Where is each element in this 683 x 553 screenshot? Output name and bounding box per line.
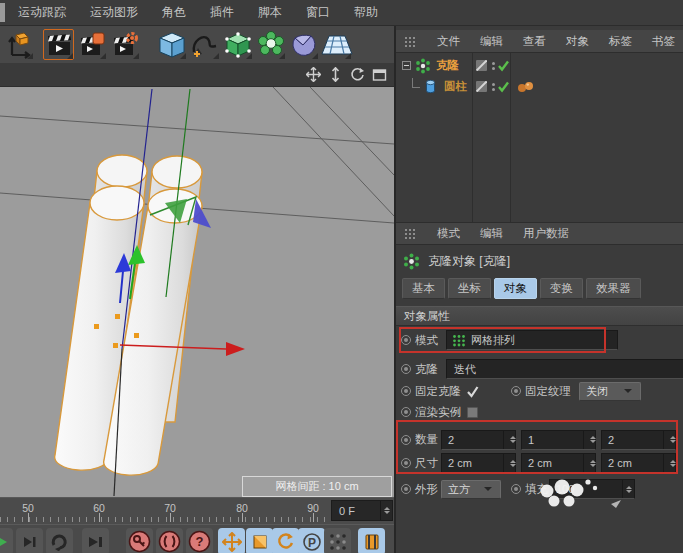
clones-label: 克隆 <box>415 362 438 377</box>
spinner-icon[interactable] <box>663 431 675 449</box>
menu-script[interactable]: 脚本 <box>258 4 282 21</box>
om-menu-bookmarks[interactable]: 书签 <box>652 34 675 49</box>
rotate-icon[interactable] <box>349 66 366 83</box>
axis-cube-icon[interactable] <box>2 28 35 61</box>
anim-dot-icon[interactable] <box>401 458 411 468</box>
render-instances-checkbox[interactable] <box>467 407 478 418</box>
om-menu-object[interactable]: 对象 <box>566 34 589 49</box>
object-row-cylinder[interactable]: 圆柱 <box>396 76 683 97</box>
keyframe-rotate-icon[interactable] <box>272 528 299 553</box>
maximize-icon[interactable] <box>371 66 388 83</box>
am-menu-userdata[interactable]: 用户数据 <box>523 226 569 241</box>
am-menu-mode[interactable]: 模式 <box>437 226 460 241</box>
size-x-field[interactable]: 2 cm <box>441 453 516 473</box>
anim-dot-icon[interactable] <box>401 407 411 417</box>
mograph-flower-icon[interactable] <box>254 28 287 61</box>
fix-clone-checkbox[interactable] <box>466 385 479 398</box>
expander-icon[interactable] <box>402 61 411 70</box>
om-menu-file[interactable]: 文件 <box>437 34 460 49</box>
autokey-film-icon[interactable] <box>358 528 385 553</box>
spinner-icon[interactable] <box>583 431 595 449</box>
am-menu-edit[interactable]: 编辑 <box>480 226 503 241</box>
current-frame-field[interactable]: 0 F <box>331 500 393 521</box>
motion-gear-icon[interactable] <box>108 28 141 61</box>
enable-check-icon[interactable] <box>497 59 510 72</box>
x-axis-arrow[interactable] <box>226 342 245 356</box>
form-value: 立方 <box>448 482 470 497</box>
fix-texture-dropdown[interactable]: 关闭 <box>579 382 641 401</box>
anim-dot-icon[interactable] <box>511 484 521 494</box>
cinema4d-window: 运动跟踪 运动图形 角色 插件 脚本 窗口 帮助 <box>0 0 683 553</box>
count-y-field[interactable]: 1 <box>521 430 596 450</box>
menu-plugins[interactable]: 插件 <box>210 4 234 21</box>
green-cube-glyph <box>223 30 253 60</box>
form-dropdown[interactable]: 立方 <box>441 480 501 499</box>
play-icon[interactable] <box>0 528 13 553</box>
tab-transform[interactable]: 变换 <box>540 278 583 299</box>
visibility-dots[interactable] <box>492 62 495 70</box>
mode-dropdown[interactable]: 网格排列 <box>446 330 618 350</box>
anim-dot-icon[interactable] <box>401 335 411 345</box>
drag-handle-icon[interactable] <box>404 228 417 239</box>
frame-spinner[interactable] <box>380 501 392 520</box>
pan-icon[interactable] <box>305 66 322 83</box>
anim-dot-icon[interactable] <box>401 484 411 494</box>
keyframe-move-icon[interactable] <box>218 528 245 553</box>
object-row-clone[interactable]: 克隆 <box>396 55 683 76</box>
floor-grid-icon[interactable] <box>320 28 353 61</box>
keyframe-box-icon[interactable] <box>246 528 273 553</box>
menu-window[interactable]: 窗口 <box>306 4 330 21</box>
count-x-field[interactable]: 2 <box>441 430 516 450</box>
goto-end-icon[interactable] <box>82 528 109 553</box>
size-z-field[interactable]: 2 cm <box>601 453 676 473</box>
section-object-properties[interactable]: 对象属性 <box>396 306 683 326</box>
layer-icon[interactable] <box>476 81 487 92</box>
viewport[interactable]: 网格间距 : 10 cm <box>0 87 394 497</box>
object-name[interactable]: 克隆 <box>436 58 459 73</box>
anim-dot-icon[interactable] <box>511 386 521 396</box>
dolly-icon[interactable] <box>327 66 344 83</box>
step-forward-icon[interactable] <box>16 528 43 553</box>
tab-basic[interactable]: 基本 <box>402 278 445 299</box>
menu-mograph[interactable]: 运动图形 <box>90 4 138 21</box>
spinner-icon[interactable] <box>622 480 634 498</box>
menu-character[interactable]: 角色 <box>162 4 186 21</box>
record-parens-icon[interactable] <box>156 528 183 553</box>
record-key-icon[interactable] <box>126 528 153 553</box>
keyframe-dots-icon[interactable] <box>324 528 351 553</box>
motion-cube-icon[interactable] <box>75 28 108 61</box>
om-menu-view[interactable]: 查看 <box>523 34 546 49</box>
loop-icon[interactable] <box>46 528 73 553</box>
tab-coordinates[interactable]: 坐标 <box>448 278 491 299</box>
model-cube-icon[interactable] <box>155 28 188 61</box>
spinner-icon[interactable] <box>503 431 515 449</box>
size-y-field[interactable]: 2 cm <box>521 453 596 473</box>
menu-help[interactable]: 帮助 <box>354 4 378 21</box>
object-name[interactable]: 圆柱 <box>444 79 467 94</box>
anim-dot-icon[interactable] <box>401 435 411 445</box>
clones-row: 克隆 迭代 <box>396 358 683 380</box>
om-menu-tags[interactable]: 标签 <box>609 34 632 49</box>
anim-dot-icon[interactable] <box>401 364 411 374</box>
count-z-field[interactable]: 2 <box>601 430 676 450</box>
keyframe-parameter-icon[interactable]: P <box>298 528 325 553</box>
orange-spheres-tag[interactable] <box>517 81 535 93</box>
clones-dropdown[interactable]: 迭代 <box>446 359 683 379</box>
anim-dot-icon[interactable] <box>401 386 411 396</box>
spinner-icon[interactable] <box>583 454 595 472</box>
spinner-icon[interactable] <box>503 454 515 472</box>
spinner-icon[interactable] <box>663 454 675 472</box>
deformer-sphere-icon[interactable] <box>287 28 320 61</box>
spline-pen-icon[interactable] <box>188 28 221 61</box>
record-question-icon[interactable]: ? <box>186 528 213 553</box>
menu-motion-tracking[interactable]: 运动跟踪 <box>18 4 66 21</box>
motion-clip-icon[interactable] <box>42 28 75 61</box>
layer-icon[interactable] <box>476 60 487 71</box>
visibility-dots[interactable] <box>492 83 495 91</box>
edit-mesh-icon[interactable] <box>221 28 254 61</box>
tab-object[interactable]: 对象 <box>494 278 537 299</box>
tab-effectors[interactable]: 效果器 <box>586 278 641 299</box>
om-menu-edit[interactable]: 编辑 <box>480 34 503 49</box>
drag-handle-icon[interactable] <box>404 36 417 47</box>
enable-check-icon[interactable] <box>497 80 510 93</box>
